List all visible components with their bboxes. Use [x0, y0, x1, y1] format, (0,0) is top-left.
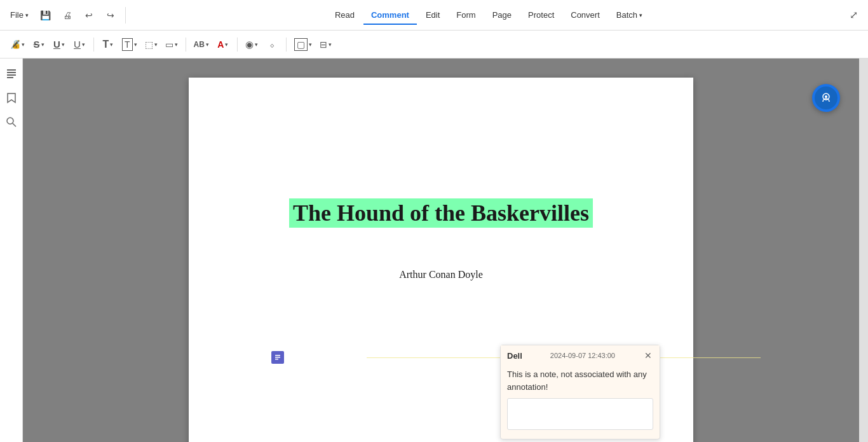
svg-rect-2 [7, 74, 16, 76]
title-wrapper: The Hound of the Baskervilles [189, 78, 693, 228]
shape-tool[interactable]: ▭ ▾ [163, 36, 180, 53]
underline2-tool[interactable]: U ▾ [71, 36, 88, 53]
tab-batch[interactable]: Batch ▾ [609, 6, 650, 24]
tab-convert[interactable]: Convert [563, 6, 607, 24]
tab-edit[interactable]: Edit [418, 6, 447, 24]
file-menu: File ▾ 💾 🖨 ↩ ↪ [6, 7, 126, 24]
shape-chevron-icon: ▾ [175, 41, 178, 48]
main-area: The Hound of the Baskervilles Arthur Con… [0, 59, 868, 442]
fontcolor-tool[interactable]: A ▾ [214, 36, 232, 53]
toolbar-divider-3 [237, 38, 238, 52]
stamp-chevron-icon: ▾ [22, 41, 25, 48]
fillcolor-tool[interactable]: ◉ ▾ [243, 36, 261, 53]
font-tool[interactable]: AB ▾ [191, 36, 212, 53]
tab-read[interactable]: Read [327, 6, 362, 24]
tab-protect[interactable]: Protect [520, 6, 562, 24]
svg-rect-3 [7, 77, 13, 78]
text-tool[interactable]: T ▾ [99, 36, 117, 53]
callout-tool[interactable]: ⬚ ▾ [142, 36, 160, 53]
ai-assistant-button[interactable] [812, 84, 840, 112]
file-chevron-icon: ▾ [25, 12, 29, 18]
book-title: The Hound of the Baskervilles [289, 198, 593, 228]
comment-popup: Dell 2024-09-07 12:43:00 ✕ This is a not… [500, 345, 660, 439]
svg-rect-0 [7, 69, 16, 71]
comment-body: This is a note, not associated with any … [501, 364, 660, 439]
border-chevron-icon: ▾ [309, 41, 312, 48]
underline-chevron-icon: ▾ [62, 41, 65, 48]
comment-author: Dell [507, 351, 522, 361]
arrange-tool[interactable]: ⊟ ▾ [317, 36, 335, 53]
fillcolor-chevron-icon: ▾ [255, 41, 258, 48]
comment-text: This is a note, not associated with any … [507, 368, 653, 393]
toolbar-divider-4 [286, 38, 287, 52]
file-button[interactable]: File ▾ [6, 8, 32, 22]
left-sidebar [0, 59, 23, 442]
comment-input[interactable] [507, 398, 653, 430]
eraser-tool[interactable]: ⬦ [263, 36, 281, 53]
svg-line-5 [13, 123, 16, 127]
tab-form[interactable]: Form [449, 6, 483, 24]
comment-header: Dell 2024-09-07 12:43:00 ✕ [501, 345, 660, 364]
comment-close-button[interactable]: ✕ [643, 350, 653, 361]
text-chevron-icon: ▾ [110, 41, 113, 48]
strikethrough-tool[interactable]: S ▾ [30, 36, 48, 53]
redo-button[interactable]: ↪ [102, 7, 119, 24]
textbox-tool[interactable]: T ▾ [119, 36, 140, 53]
arrange-chevron-icon: ▾ [329, 41, 332, 48]
toolbar: 🔏 ▾ S ▾ U ▾ U ▾ T ▾ T ▾ ⬚ ▾ ▭ ▾ AB ▾ [0, 31, 868, 59]
nav-tabs: Read Comment Edit Form Page Protect Conv… [132, 6, 845, 24]
search-icon[interactable] [3, 113, 20, 131]
font-chevron-icon: ▾ [206, 41, 209, 48]
save-button[interactable]: 💾 [37, 7, 54, 24]
comment-date: 2024-09-07 12:43:00 [550, 352, 615, 359]
note-icon-wrapper [271, 351, 284, 364]
note-icon[interactable] [271, 351, 284, 364]
pages-icon[interactable] [3, 65, 20, 83]
bookmark-icon[interactable] [3, 89, 20, 107]
toolbar-divider-2 [186, 38, 186, 52]
underline2-chevron-icon: ▾ [82, 41, 85, 48]
svg-rect-9 [275, 359, 278, 360]
border-tool[interactable]: ▢ ▾ [292, 36, 315, 53]
toolbar-divider-1 [93, 38, 94, 52]
batch-chevron-icon: ▾ [639, 12, 642, 18]
pdf-page: The Hound of the Baskervilles Arthur Con… [189, 78, 693, 442]
textbox-chevron-icon: ▾ [134, 41, 137, 48]
stamp-tool[interactable]: 🔏 ▾ [8, 36, 27, 53]
menu-bar: File ▾ 💾 🖨 ↩ ↪ Read Comment Edit Form Pa… [0, 0, 868, 31]
svg-rect-1 [7, 72, 16, 73]
fontcolor-chevron-icon: ▾ [225, 41, 228, 48]
tab-page[interactable]: Page [485, 6, 519, 24]
ai-assistant-icon [815, 86, 837, 109]
svg-rect-8 [275, 357, 280, 358]
callout-chevron-icon: ▾ [154, 41, 158, 48]
book-author: Arthur Conan Doyle [189, 269, 693, 280]
strikethrough-chevron-icon: ▾ [41, 41, 44, 48]
svg-point-11 [825, 95, 827, 98]
underline-tool[interactable]: U ▾ [50, 36, 68, 53]
undo-button[interactable]: ↩ [81, 7, 97, 24]
right-scrollbar[interactable] [859, 59, 868, 442]
expand-button[interactable]: ⤢ [845, 7, 862, 24]
pdf-canvas-area: The Hound of the Baskervilles Arthur Con… [23, 59, 859, 442]
tab-comment[interactable]: Comment [363, 6, 417, 24]
svg-rect-7 [275, 355, 280, 356]
print-button[interactable]: 🖨 [59, 7, 76, 24]
svg-point-4 [7, 118, 13, 124]
